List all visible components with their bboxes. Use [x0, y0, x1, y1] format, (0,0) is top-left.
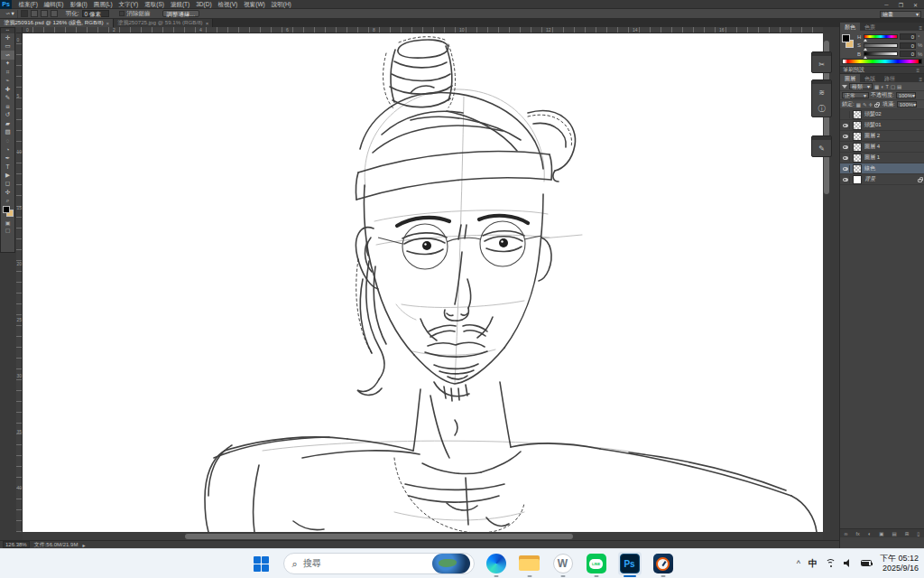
taskbar-gauge-app[interactable]	[651, 552, 675, 575]
menu-filter[interactable]: 濾鏡(T)	[167, 0, 192, 9]
tab-swatches[interactable]: 色票	[860, 23, 880, 31]
antialias-checkbox[interactable]	[119, 11, 125, 16]
menu-view[interactable]: 檢視(V)	[215, 0, 241, 9]
layer-row-hair01[interactable]: 頭髮01	[840, 120, 924, 131]
new-group-button[interactable]: ▤	[892, 531, 896, 536]
taskbar-w-app[interactable]: W	[551, 552, 575, 575]
layer-row-layer2[interactable]: 圖層 2	[840, 131, 924, 142]
tool-pen[interactable]: ✒	[1, 154, 14, 163]
visibility-toggle[interactable]	[842, 165, 850, 172]
tool-crop[interactable]: ⌗	[1, 68, 14, 77]
delete-layer-button[interactable]: ▯	[917, 531, 919, 536]
wifi-icon[interactable]	[826, 559, 836, 567]
close-icon[interactable]: ×	[206, 21, 209, 26]
tab-paths[interactable]: 路徑	[880, 74, 900, 82]
new-selection-button[interactable]	[21, 10, 28, 17]
doc-tab-inactive[interactable]: 塗鴉250725.jpg @ 59.1% (RGB/8) ×	[114, 19, 213, 27]
color-spectrum-ramp[interactable]	[842, 59, 922, 64]
collapsed-panel-brush[interactable]: ✎	[812, 140, 831, 156]
refine-edge-button[interactable]: 調整邊緣...	[162, 10, 199, 17]
layer-row-hair02[interactable]: 頭髮02	[840, 109, 924, 120]
filter-pixel-icon[interactable]: ▦	[874, 84, 879, 89]
tool-clone-stamp[interactable]: ⧈	[1, 102, 14, 111]
brush-presets-panel[interactable]: 筆刷預設 ≡	[840, 66, 924, 74]
canvas[interactable]	[23, 33, 823, 532]
status-arrow-icon[interactable]: ▸	[82, 542, 85, 548]
visibility-toggle[interactable]	[842, 144, 850, 151]
tool-dodge[interactable]: ◔	[1, 145, 14, 154]
layer-thumbnail[interactable]	[853, 143, 862, 152]
horizontal-scrollbar[interactable]	[23, 532, 823, 540]
minimize-button[interactable]: ─	[880, 0, 893, 9]
tool-lasso[interactable]: ∽	[1, 51, 14, 60]
link-layers-button[interactable]: ∞	[845, 531, 848, 536]
start-button[interactable]	[250, 552, 273, 575]
visibility-toggle[interactable]	[842, 122, 850, 129]
collapsed-panel-clone-source[interactable]: ✂	[812, 56, 831, 72]
tool-preset-picker[interactable]: ∽ ▾	[3, 10, 18, 18]
foreground-color-swatch[interactable]	[842, 34, 850, 42]
layer-row-lineart-selected[interactable]: 線色	[840, 163, 924, 174]
layer-row-layer4[interactable]: 圖層 4	[840, 142, 924, 153]
tool-eraser[interactable]: ▰	[1, 119, 14, 128]
ruler-left[interactable]: 0 5 10 15 20 25 30 35 40	[16, 33, 23, 532]
taskbar-photoshop[interactable]: Ps	[618, 552, 642, 575]
saturation-value-field[interactable]: 0	[900, 42, 916, 49]
opacity-field[interactable]: 100%▾	[896, 92, 916, 98]
workspace-switcher[interactable]: 繪畫 ▾	[880, 11, 921, 18]
tab-layers[interactable]: 圖層	[840, 74, 860, 82]
clock[interactable]: 下午 05:12 2025/9/16	[880, 554, 919, 573]
feather-input[interactable]: 0 像素	[82, 10, 109, 17]
zoom-level-field[interactable]: 126.38%	[3, 541, 30, 548]
panel-menu-icon[interactable]: ≡	[916, 68, 921, 73]
menu-window[interactable]: 視窗(W)	[241, 0, 268, 9]
layer-mask-button[interactable]: ▣	[879, 531, 883, 536]
saturation-slider[interactable]	[864, 43, 898, 48]
tool-move[interactable]: ✛	[1, 33, 14, 42]
layer-row-layer1[interactable]: 圖層 1	[840, 153, 924, 163]
layer-thumbnail[interactable]	[853, 164, 862, 173]
layer-style-button[interactable]: fx	[855, 531, 859, 536]
visibility-toggle[interactable]	[842, 154, 850, 162]
tool-quick-select[interactable]: ✦	[1, 60, 14, 69]
menu-image[interactable]: 影像(I)	[67, 0, 90, 9]
layer-thumbnail[interactable]	[853, 121, 862, 130]
tool-brush[interactable]: ✎	[1, 94, 14, 103]
brightness-value-field[interactable]: 0	[900, 51, 916, 57]
collapsed-panel-info[interactable]: ⓘ	[812, 100, 831, 117]
close-button[interactable]: ✕	[909, 0, 922, 9]
tab-channels[interactable]: 色版	[860, 74, 880, 82]
tool-zoom[interactable]: ⌕	[1, 197, 14, 206]
new-layer-button[interactable]: ⊞	[905, 531, 910, 536]
adjustment-layer-button[interactable]: ◐	[868, 531, 871, 536]
panel-menu-icon[interactable]: ≡	[919, 25, 924, 31]
volume-icon[interactable]	[844, 559, 853, 567]
hue-slider[interactable]	[864, 34, 898, 39]
restore-button[interactable]: ❐	[894, 0, 908, 9]
menu-select[interactable]: 選取(S)	[142, 0, 168, 9]
ime-indicator[interactable]: 中	[808, 557, 818, 570]
brightness-slider[interactable]	[864, 51, 898, 56]
tool-shape[interactable]: ◻	[1, 180, 14, 189]
visibility-toggle[interactable]	[842, 133, 850, 140]
filter-adjustment-icon[interactable]: ◐	[881, 84, 883, 89]
tool-gradient[interactable]: ▨	[1, 128, 14, 137]
subtract-selection-button[interactable]	[41, 10, 48, 17]
menu-edit[interactable]: 編輯(E)	[41, 0, 67, 9]
taskbar-file-explorer[interactable]	[518, 552, 541, 575]
quick-mask-button[interactable]: ▣	[1, 219, 14, 226]
lock-pixels-icon[interactable]: ✎	[863, 102, 867, 107]
tool-path-select[interactable]: ▶	[1, 171, 14, 180]
menu-type[interactable]: 文字(Y)	[116, 0, 142, 9]
screen-mode-button[interactable]: ▢	[1, 226, 14, 233]
tool-blur[interactable]: ◌	[1, 136, 14, 145]
layer-thumbnail[interactable]	[853, 154, 862, 163]
visibility-toggle[interactable]	[842, 176, 850, 183]
layer-row-background[interactable]: 背景	[840, 174, 924, 185]
layer-thumbnail[interactable]	[853, 132, 862, 141]
tool-history-brush[interactable]: ↺	[1, 111, 14, 120]
taskbar-edge[interactable]	[485, 552, 508, 575]
add-selection-button[interactable]	[31, 10, 38, 17]
ruler-top[interactable]: 0 2 4 6 8 10 12 14 16	[23, 27, 823, 33]
menu-3d[interactable]: 3D(D)	[193, 0, 215, 9]
